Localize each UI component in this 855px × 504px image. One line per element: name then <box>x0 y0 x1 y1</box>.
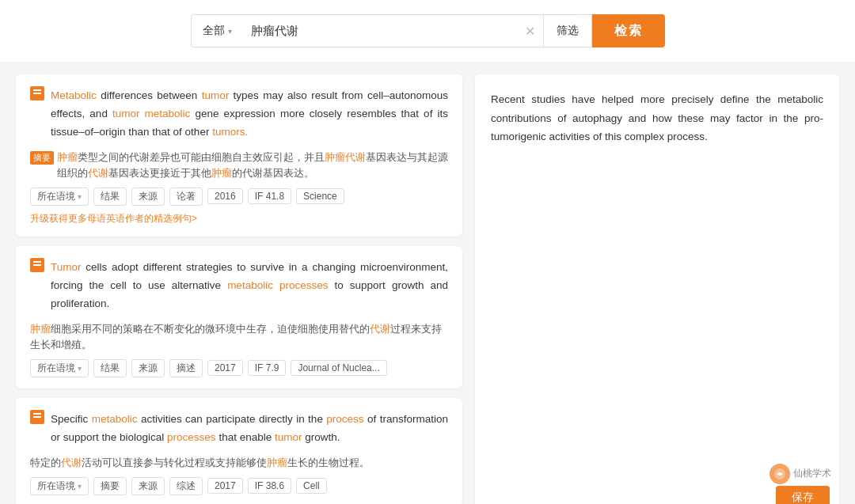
highlight-word: tumor <box>112 108 140 119</box>
cn-badge: 摘要 <box>30 151 54 165</box>
highlight-cn: 肿瘤 <box>211 168 232 179</box>
search-bar: 全部 ▾ ✕ 筛选 检索 <box>0 0 855 62</box>
tag-year: 2016 <box>207 188 243 204</box>
cn-text-wrap: 肿瘤细胞采用不同的策略在不断变化的微环境中生存，迫使细胞使用替代的代谢过程来支持… <box>30 321 448 353</box>
preview-text: Recent studies have helped more precisel… <box>491 90 823 146</box>
tags-row: 所在语境▾ 结果 来源 论著 2016 IF 41.8 Science <box>30 188 448 206</box>
save-button[interactable]: 保存 <box>776 486 830 505</box>
filter-button[interactable]: 筛选 <box>544 14 592 47</box>
highlight-word: tumor <box>275 431 302 443</box>
cn-text: 肿瘤细胞采用不同的策略在不断变化的微环境中生存，迫使细胞使用替代的代谢过程来支持… <box>30 321 448 353</box>
search-button[interactable]: 检索 <box>592 14 665 47</box>
tag-journal: Cell <box>296 478 327 494</box>
highlight-cn: 代谢 <box>370 324 390 335</box>
tag-source[interactable]: 来源 <box>131 188 165 206</box>
highlight-cn: 代谢 <box>88 168 108 179</box>
tag-result[interactable]: 结果 <box>93 359 127 377</box>
highlight-word: Metabolic <box>51 89 97 101</box>
tag-source[interactable]: 来源 <box>131 477 165 495</box>
tag-type[interactable]: 摘述 <box>169 359 203 377</box>
logo-area: 仙桃学术 <box>770 464 831 484</box>
search-type-label: 全部 <box>203 24 225 38</box>
highlight-cn: 肿瘤 <box>267 457 287 468</box>
tag-context[interactable]: 所在语境▾ <box>30 477 89 495</box>
result-icon <box>30 258 44 272</box>
search-type-dropdown[interactable]: 全部 ▾ <box>191 14 243 47</box>
highlight-cn: 代谢 <box>61 457 82 468</box>
tag-year: 2017 <box>207 360 243 376</box>
upgrade-link[interactable]: 升级获得更多母语英语作者的精选例句> <box>30 212 197 225</box>
tag-context[interactable]: 所在语境▾ <box>30 359 89 377</box>
result-icon <box>30 86 44 100</box>
result-en-text: Tumor cells adopt different strategies t… <box>51 259 448 313</box>
cn-text: 肿瘤类型之间的代谢差异也可能由细胞自主效应引起，并且肿瘤代谢基因表达与其起源组织… <box>57 150 448 181</box>
preview-panel: Recent studies have helped more precisel… <box>475 74 839 504</box>
tag-journal: Journal of Nuclea... <box>291 360 386 376</box>
result-en-text: Specific metabolic activities can partic… <box>51 411 448 447</box>
highlight-word: metabolic <box>92 413 138 425</box>
highlight-cn: 肿瘤 <box>30 324 51 335</box>
results-panel: Metabolic differences between tumor type… <box>16 74 462 504</box>
search-input-wrap: ✕ <box>243 14 544 47</box>
highlight-word: process <box>326 413 363 425</box>
tags-row: 所在语境▾ 摘要 来源 综述 2017 IF 38.6 Cell <box>30 477 448 495</box>
tag-journal: Science <box>296 188 344 204</box>
logo-icon <box>770 464 790 484</box>
tag-year: 2017 <box>207 478 243 494</box>
tag-result[interactable]: 结果 <box>93 188 127 206</box>
logo-label: 仙桃学术 <box>793 465 831 482</box>
tag-type[interactable]: 论著 <box>169 188 203 206</box>
clear-icon[interactable]: ✕ <box>525 24 535 39</box>
tag-source[interactable]: 来源 <box>131 359 165 377</box>
highlight-word: tumor <box>202 89 230 101</box>
tag-if: IF 7.9 <box>248 360 287 376</box>
highlight-word: processes <box>167 431 216 443</box>
tags-row: 所在语境▾ 结果 来源 摘述 2017 IF 7.9 Journal of Nu… <box>30 359 448 377</box>
chevron-down-icon: ▾ <box>228 27 232 36</box>
result-card: Metabolic differences between tumor type… <box>16 74 462 237</box>
search-input[interactable] <box>251 25 522 38</box>
cn-text-wrap: 摘要 肿瘤类型之间的代谢差异也可能由细胞自主效应引起，并且肿瘤代谢基因表达与其起… <box>30 150 448 181</box>
main-content: Metabolic differences between tumor type… <box>0 62 855 504</box>
highlight-word: metabolic processes <box>227 279 328 291</box>
tag-abstract[interactable]: 摘要 <box>93 477 127 495</box>
highlight-cn: 肿瘤代谢 <box>325 152 366 163</box>
tag-if: IF 38.6 <box>248 478 291 494</box>
highlight-word: metabolic <box>145 108 191 119</box>
result-en-text: Metabolic differences between tumor type… <box>51 87 448 142</box>
highlight-cn: 肿瘤 <box>57 152 78 163</box>
tag-if: IF 41.8 <box>248 188 291 204</box>
cn-text-wrap: 特定的代谢活动可以直接参与转化过程或支持能够使肿瘤生长的生物过程。 <box>30 455 448 471</box>
tag-type[interactable]: 综述 <box>169 477 203 495</box>
highlight-word: tumors. <box>212 126 248 138</box>
result-icon <box>30 410 44 424</box>
tag-context[interactable]: 所在语境▾ <box>30 188 89 206</box>
cn-text: 特定的代谢活动可以直接参与转化过程或支持能够使肿瘤生长的生物过程。 <box>30 455 370 471</box>
highlight-word: Tumor <box>51 261 82 273</box>
result-card: Tumor cells adopt different strategies t… <box>16 246 462 388</box>
result-card: Specific metabolic activities can partic… <box>16 398 462 504</box>
